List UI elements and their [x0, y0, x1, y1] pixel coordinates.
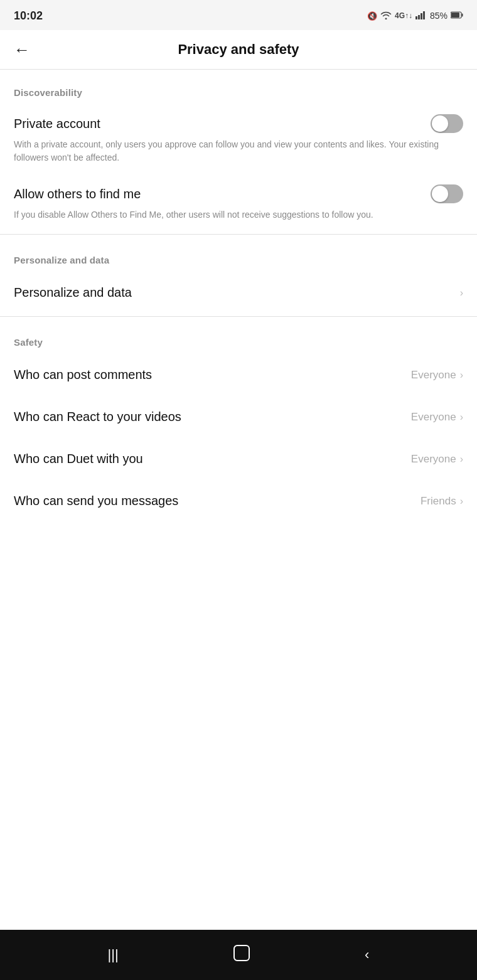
- safety-item-3-text: Friends: [421, 495, 456, 508]
- battery-icon: [451, 11, 463, 21]
- wifi-icon: [380, 11, 392, 21]
- personalize-data-label: Personalize and data: [14, 285, 132, 300]
- allow-others-row: Allow others to find me If you disable A…: [0, 174, 477, 232]
- safety-item-0-value: Everyone ›: [411, 369, 463, 381]
- safety-item-2-text: Everyone: [411, 453, 456, 466]
- bottom-nav: ||| ‹: [0, 930, 477, 980]
- status-icons: 🔇 4G↑↓ 85%: [367, 11, 463, 21]
- private-account-desc: With a private account, only users you a…: [14, 138, 463, 164]
- safety-item-2[interactable]: Who can Duet with you Everyone ›: [0, 438, 477, 480]
- private-account-row: Private account With a private account, …: [0, 104, 477, 174]
- svg-rect-1: [418, 15, 420, 19]
- personalize-chevron-icon: ›: [460, 287, 463, 299]
- status-time: 10:02: [14, 9, 43, 23]
- safety-item-0-chevron-icon: ›: [460, 370, 463, 381]
- divider-2: [0, 316, 477, 317]
- safety-item-0[interactable]: Who can post comments Everyone ›: [0, 354, 477, 396]
- nav-recent-apps-icon[interactable]: |||: [108, 947, 119, 963]
- svg-rect-2: [421, 13, 422, 19]
- svg-rect-5: [462, 13, 463, 16]
- page-title: Privacy and safety: [14, 41, 463, 58]
- safety-item-3-label: Who can send you messages: [14, 494, 178, 508]
- safety-item-2-chevron-icon: ›: [460, 454, 463, 465]
- nav-home-icon[interactable]: [233, 945, 250, 965]
- safety-item-3-value: Friends ›: [421, 495, 463, 508]
- svg-rect-7: [234, 945, 249, 961]
- svg-rect-3: [423, 11, 425, 19]
- safety-item-0-label: Who can post comments: [14, 368, 152, 382]
- nav-back-icon[interactable]: ‹: [365, 947, 369, 963]
- svg-rect-6: [451, 13, 459, 18]
- allow-others-toggle[interactable]: [431, 184, 463, 203]
- signal-icon: [415, 11, 427, 21]
- battery-text: 85%: [430, 11, 448, 21]
- safety-item-3[interactable]: Who can send you messages Friends ›: [0, 480, 477, 522]
- mute-icon: 🔇: [367, 11, 377, 21]
- personalize-data-value: ›: [460, 287, 463, 299]
- safety-item-3-chevron-icon: ›: [460, 496, 463, 507]
- allow-others-knob: [432, 186, 448, 202]
- allow-others-label: Allow others to find me: [14, 187, 141, 201]
- safety-item-1-value: Everyone ›: [411, 411, 463, 423]
- safety-item-1-chevron-icon: ›: [460, 412, 463, 423]
- private-account-knob: [432, 115, 448, 132]
- safety-item-2-value: Everyone ›: [411, 453, 463, 466]
- header: ← Privacy and safety: [0, 30, 477, 70]
- allow-others-desc: If you disable Allow Others to Find Me, …: [14, 208, 463, 221]
- safety-item-1[interactable]: Who can React to your videos Everyone ›: [0, 396, 477, 438]
- safety-section-label: Safety: [0, 319, 477, 354]
- personalize-data-row[interactable]: Personalize and data ›: [0, 272, 477, 314]
- divider-1: [0, 234, 477, 235]
- personalize-section-label: Personalize and data: [0, 237, 477, 272]
- private-account-label: Private account: [14, 117, 100, 131]
- status-bar: 10:02 🔇 4G↑↓ 85%: [0, 0, 477, 30]
- svg-rect-0: [415, 16, 417, 19]
- back-button[interactable]: ←: [14, 41, 30, 58]
- safety-item-2-label: Who can Duet with you: [14, 452, 143, 466]
- discoverability-section-label: Discoverability: [0, 70, 477, 104]
- safety-item-1-text: Everyone: [411, 411, 456, 423]
- content: Discoverability Private account With a p…: [0, 70, 477, 930]
- private-account-toggle[interactable]: [431, 114, 463, 133]
- network-icon: 4G↑↓: [395, 11, 412, 20]
- safety-item-1-label: Who can React to your videos: [14, 410, 181, 424]
- safety-item-0-text: Everyone: [411, 369, 456, 381]
